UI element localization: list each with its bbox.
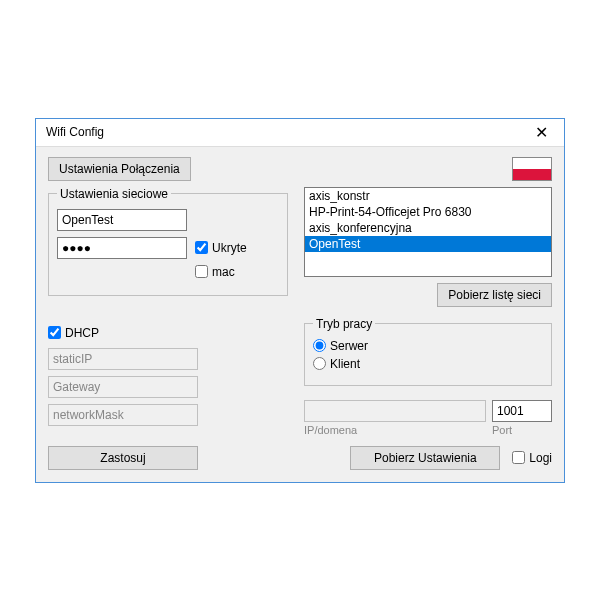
network-list-item[interactable]: axis_konstr — [305, 188, 551, 204]
static-ip-input — [48, 348, 198, 370]
port-input[interactable] — [492, 400, 552, 422]
gateway-input — [48, 376, 198, 398]
logs-checkbox[interactable] — [512, 451, 525, 464]
client-radio-row[interactable]: Klient — [313, 357, 543, 371]
ssid-input[interactable] — [57, 209, 187, 231]
titlebar: Wifi Config ✕ — [36, 119, 564, 147]
network-list-item[interactable]: HP-Print-54-Officejet Pro 6830 — [305, 204, 551, 220]
hidden-checkbox[interactable] — [195, 241, 208, 254]
work-mode-group: Tryb pracy Serwer Klient — [304, 317, 552, 386]
hidden-checkbox-label[interactable]: Ukryte — [195, 241, 247, 255]
window-title: Wifi Config — [46, 125, 104, 139]
ip-domain-input — [304, 400, 486, 422]
wifi-config-window: Wifi Config ✕ Ustawienia Połączenia Usta… — [35, 118, 565, 483]
dhcp-checkbox[interactable] — [48, 326, 61, 339]
network-list-item[interactable]: axis_konferencyjna — [305, 220, 551, 236]
dhcp-checkbox-label[interactable]: DHCP — [48, 326, 288, 340]
language-flag-pl[interactable] — [512, 157, 552, 181]
network-listbox[interactable]: axis_konstrHP-Print-54-Officejet Pro 683… — [304, 187, 552, 277]
connection-settings-button[interactable]: Ustawienia Połączenia — [48, 157, 191, 181]
network-list-item[interactable]: OpenTest — [305, 236, 551, 252]
client-radio[interactable] — [313, 357, 326, 370]
password-input[interactable] — [57, 237, 187, 259]
mac-checkbox-label[interactable]: mac — [195, 265, 235, 279]
server-radio[interactable] — [313, 339, 326, 352]
fetch-settings-button[interactable]: Pobierz Ustawienia — [350, 446, 500, 470]
server-radio-row[interactable]: Serwer — [313, 339, 543, 353]
window-content: Ustawienia Połączenia Ustawienia sieciow… — [36, 147, 564, 482]
fetch-networks-button[interactable]: Pobierz listę sieci — [437, 283, 552, 307]
ip-domain-label: IP/domena — [304, 424, 486, 436]
close-icon[interactable]: ✕ — [526, 123, 556, 142]
work-mode-legend: Tryb pracy — [313, 317, 375, 331]
network-settings-group: Ustawienia sieciowe Ukryte — [48, 187, 288, 296]
logs-checkbox-label[interactable]: Logi — [512, 451, 552, 465]
netmask-input — [48, 404, 198, 426]
network-settings-legend: Ustawienia sieciowe — [57, 187, 171, 201]
port-label: Port — [492, 424, 552, 436]
apply-button[interactable]: Zastosuj — [48, 446, 198, 470]
mac-checkbox[interactable] — [195, 265, 208, 278]
